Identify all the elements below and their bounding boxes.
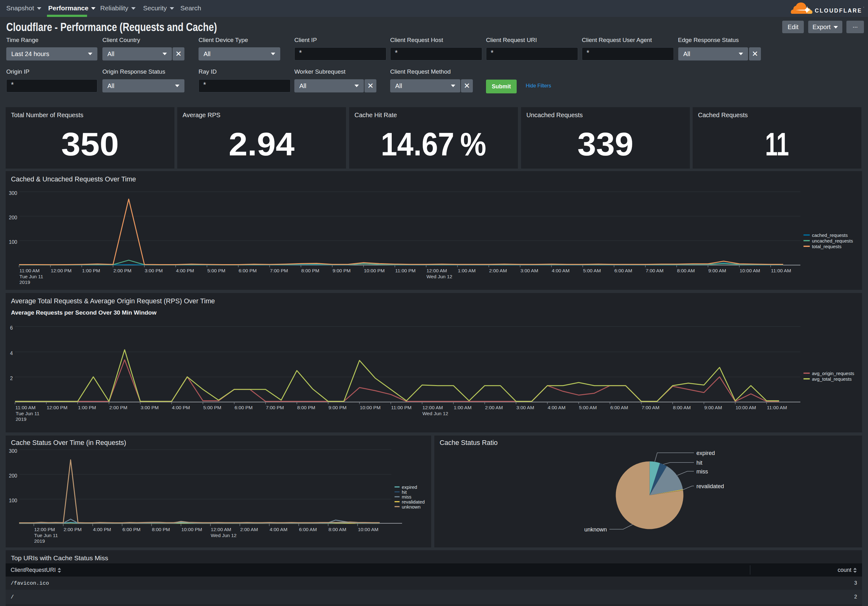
svg-text:6: 6	[10, 325, 13, 331]
svg-text:5:00 AM: 5:00 AM	[583, 268, 601, 273]
svg-text:4:00 PM: 4:00 PM	[172, 405, 190, 410]
svg-text:11:00 PM: 11:00 PM	[391, 405, 411, 410]
svg-text:2:00 PM: 2:00 PM	[64, 527, 82, 532]
svg-text:10:00 PM: 10:00 PM	[364, 268, 384, 273]
svg-text:’: ’	[863, 6, 864, 10]
svg-text:12:00 AM: 12:00 AM	[211, 527, 231, 532]
svg-text:11:00 AM: 11:00 AM	[767, 405, 787, 410]
svg-text:12:00 PM: 12:00 PM	[46, 405, 67, 410]
svg-text:4:00 PM: 4:00 PM	[176, 268, 194, 273]
svg-text:100: 100	[9, 498, 17, 503]
svg-text:5:00 PM: 5:00 PM	[207, 268, 225, 273]
svg-text:6:00 PM: 6:00 PM	[234, 405, 253, 410]
svg-text:miss: miss	[696, 468, 708, 475]
svg-text:4:00 AM: 4:00 AM	[552, 268, 570, 273]
svg-text:2019: 2019	[16, 416, 26, 422]
svg-text:10:00 AM: 10:00 AM	[739, 268, 760, 273]
svg-text:2:00 AM: 2:00 AM	[240, 527, 258, 532]
svg-text:2: 2	[10, 376, 13, 381]
svg-text:1:00 AM: 1:00 AM	[458, 268, 476, 273]
svg-text:avg_total_requests: avg_total_requests	[812, 376, 852, 382]
svg-text:expired: expired	[402, 485, 417, 490]
svg-text:2:00 AM: 2:00 AM	[485, 405, 503, 410]
svg-text:Wed Jun 12: Wed Jun 12	[211, 533, 236, 538]
svg-text:300: 300	[9, 448, 17, 454]
svg-text:total_requests: total_requests	[812, 244, 842, 249]
svg-text:300: 300	[9, 191, 17, 196]
svg-text:3:00 PM: 3:00 PM	[145, 268, 163, 273]
svg-text:7:00 PM: 7:00 PM	[266, 405, 284, 410]
svg-text:3:00 AM: 3:00 AM	[516, 405, 534, 410]
svg-text:Wed Jun 12: Wed Jun 12	[426, 274, 452, 279]
svg-text:unknown: unknown	[402, 504, 420, 510]
svg-text:8:00 AM: 8:00 AM	[677, 268, 695, 273]
svg-text:9:00 AM: 9:00 AM	[704, 405, 722, 410]
svg-text:miss: miss	[402, 494, 411, 499]
svg-text:10:00 PM: 10:00 PM	[181, 527, 202, 532]
svg-text:2:00 PM: 2:00 PM	[113, 268, 132, 273]
svg-text:10:00 AM: 10:00 AM	[358, 527, 378, 532]
svg-text:4: 4	[10, 351, 13, 356]
svg-text:10:00 AM: 10:00 AM	[736, 405, 756, 410]
svg-text:7:00 PM: 7:00 PM	[270, 268, 288, 273]
svg-text:12:00 AM: 12:00 AM	[422, 405, 443, 410]
svg-text:6:00 AM: 6:00 AM	[299, 527, 317, 532]
svg-text:hit: hit	[402, 489, 407, 495]
svg-text:6:00 AM: 6:00 AM	[614, 268, 632, 273]
svg-text:3:00 PM: 3:00 PM	[141, 405, 159, 410]
svg-text:7:00 AM: 7:00 AM	[642, 405, 659, 410]
svg-text:8:00 AM: 8:00 AM	[673, 405, 691, 410]
svg-text:6:00 AM: 6:00 AM	[610, 405, 628, 410]
svg-text:5:00 PM: 5:00 PM	[203, 405, 222, 410]
svg-text:unknown: unknown	[584, 527, 607, 533]
svg-text:6:00 PM: 6:00 PM	[122, 527, 141, 532]
svg-text:2:00 PM: 2:00 PM	[109, 405, 127, 410]
svg-text:cached_requests: cached_requests	[812, 233, 848, 238]
svg-text:11:00 AM: 11:00 AM	[19, 268, 39, 273]
svg-text:Tue Jun 11: Tue Jun 11	[19, 274, 43, 279]
svg-text:100: 100	[9, 239, 17, 245]
svg-text:revalidated: revalidated	[402, 499, 425, 505]
svg-text:8:00 PM: 8:00 PM	[301, 268, 319, 273]
svg-text:12:00 PM: 12:00 PM	[51, 268, 71, 273]
svg-text:3:00 AM: 3:00 AM	[521, 268, 538, 273]
svg-text:2019: 2019	[19, 280, 30, 285]
svg-text:9:00 PM: 9:00 PM	[329, 405, 347, 410]
svg-text:expired: expired	[696, 450, 715, 456]
svg-text:2:00 AM: 2:00 AM	[489, 268, 507, 273]
svg-text:8:00 PM: 8:00 PM	[297, 405, 315, 410]
svg-text:revalidated: revalidated	[696, 483, 724, 489]
svg-text:4:00 PM: 4:00 PM	[93, 527, 111, 532]
svg-text:10:00 PM: 10:00 PM	[360, 405, 380, 410]
svg-text:12:00 AM: 12:00 AM	[426, 268, 447, 273]
svg-text:12:00 PM: 12:00 PM	[34, 527, 55, 532]
svg-text:1:00 AM: 1:00 AM	[454, 405, 471, 410]
svg-text:6:00 PM: 6:00 PM	[239, 268, 257, 273]
svg-text:200: 200	[9, 473, 17, 479]
svg-text:Tue Jun 11: Tue Jun 11	[34, 533, 58, 538]
svg-text:200: 200	[9, 215, 17, 220]
svg-text:5:00 AM: 5:00 AM	[579, 405, 597, 410]
svg-text:8:00 AM: 8:00 AM	[329, 527, 346, 532]
svg-text:uncached_requests: uncached_requests	[812, 238, 853, 244]
svg-text:CLOUDFLARE: CLOUDFLARE	[815, 8, 862, 14]
svg-text:7:00 AM: 7:00 AM	[646, 268, 663, 273]
svg-text:2019: 2019	[34, 538, 45, 544]
svg-text:11:00 PM: 11:00 PM	[395, 268, 415, 273]
svg-text:4:00 AM: 4:00 AM	[270, 527, 287, 532]
svg-text:Wed Jun 12: Wed Jun 12	[422, 411, 448, 416]
svg-text:11:00 AM: 11:00 AM	[771, 268, 791, 273]
svg-text:4:00 AM: 4:00 AM	[548, 405, 566, 410]
svg-text:Tue Jun 11: Tue Jun 11	[16, 411, 39, 416]
svg-text:avg_origin_requests: avg_origin_requests	[812, 371, 854, 376]
svg-text:1:00 PM: 1:00 PM	[82, 268, 100, 273]
svg-text:hit: hit	[696, 460, 702, 466]
svg-text:9:00 PM: 9:00 PM	[333, 268, 351, 273]
svg-text:1:00 PM: 1:00 PM	[78, 405, 96, 410]
svg-text:8:00 PM: 8:00 PM	[152, 527, 170, 532]
svg-text:9:00 AM: 9:00 AM	[708, 268, 726, 273]
svg-text:11:00 AM: 11:00 AM	[16, 405, 36, 410]
